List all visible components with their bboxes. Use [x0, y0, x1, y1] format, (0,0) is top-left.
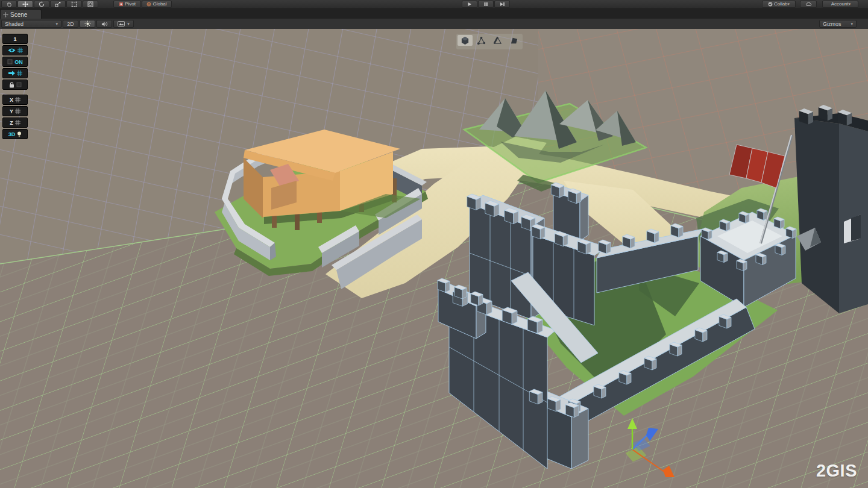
grid-icon: [17, 70, 22, 76]
3d-mode-label: 3D: [8, 131, 16, 137]
2d-toggle-button[interactable]: 2D: [63, 20, 78, 28]
progrids-follow-grid-button[interactable]: [2, 68, 28, 78]
globe-icon: [146, 2, 151, 7]
progrids-snap-enabled-button[interactable]: ON: [2, 57, 28, 67]
progrids-3d-toggle-button[interactable]: 3D: [2, 129, 28, 139]
lock-icon: [9, 82, 14, 88]
effects-dropdown-button[interactable]: ▾: [113, 20, 134, 28]
effects-icon: [118, 21, 125, 27]
pivot-label: Pivot: [125, 1, 136, 7]
face-mode-button[interactable]: [506, 35, 521, 46]
scale-tool-button[interactable]: [50, 1, 66, 8]
transform-tools-group: [1, 1, 98, 8]
vertex-mode-icon: [477, 36, 486, 45]
shading-caret-icon: ▾: [55, 22, 58, 27]
account-group: Collab ▾ Account ▾: [762, 1, 858, 8]
playmode-group: [462, 1, 510, 8]
account-button[interactable]: Account ▾: [822, 1, 858, 8]
collab-label: Collab: [774, 1, 788, 7]
snap-value-label: 1: [13, 36, 16, 42]
pivot-icon: [119, 2, 124, 7]
rotate-tool-button[interactable]: [34, 1, 49, 8]
unity-editor-window: Pivot Global Collab ▾: [0, 0, 868, 488]
gizmos-caret-icon: ▾: [851, 22, 853, 27]
arrow-right-icon: [8, 70, 15, 76]
watch-tower[interactable]: [794, 105, 868, 313]
object-mode-icon: [461, 36, 470, 45]
blank-box-icon: [16, 82, 22, 87]
move-icon: [22, 1, 28, 7]
gizmos-label: Gizmos: [823, 21, 841, 27]
rotate-icon: [39, 1, 45, 7]
edge-mode-button[interactable]: [490, 35, 505, 46]
scene-tab-label: Scene: [10, 11, 27, 18]
snap-on-label: ON: [14, 59, 23, 65]
face-mode-icon: [509, 36, 518, 45]
global-label: Global: [153, 1, 166, 7]
transform-icon: [87, 1, 93, 7]
pivot-toggle-button[interactable]: Pivot: [113, 1, 141, 8]
scene-viewport[interactable]: [0, 29, 868, 488]
scale-icon: [55, 1, 61, 7]
hand-tool-button[interactable]: [1, 1, 17, 8]
pause-icon: [483, 2, 488, 7]
step-icon: [500, 2, 505, 7]
transform-tool-button[interactable]: [83, 1, 98, 8]
speaker-icon: [101, 21, 108, 27]
effects-caret-icon: ▾: [127, 22, 130, 27]
axis-x-label: X: [10, 97, 13, 103]
progrids-lock-button[interactable]: [2, 80, 28, 90]
progrids-axis-z-button[interactable]: Z: [2, 117, 28, 128]
grid-icon: [17, 48, 23, 53]
snap-box-icon: [7, 59, 13, 64]
lighting-toggle-button[interactable]: [80, 20, 95, 28]
audio-toggle-button[interactable]: [96, 20, 112, 28]
progrids-axis-y-button[interactable]: Y: [2, 106, 28, 116]
bulb-icon: [17, 131, 22, 137]
scene-tab[interactable]: Scene: [0, 9, 42, 19]
shading-mode-label: Shaded: [5, 21, 24, 27]
edge-mode-icon: [493, 36, 502, 45]
collab-caret-icon: ▾: [788, 2, 790, 7]
object-mode-button[interactable]: [458, 35, 473, 46]
main-toolbar: Pivot Global Collab ▾: [0, 0, 868, 9]
grid-icon: [15, 97, 20, 102]
cloud-icon: [805, 2, 812, 7]
progrids-snap-value-button[interactable]: 1: [2, 34, 28, 44]
scene-tab-icon: [3, 12, 8, 17]
progrids-panel: 1 ON X Y Z 3D: [2, 34, 28, 139]
vertex-mode-button[interactable]: [474, 35, 489, 46]
collab-button[interactable]: Collab ▾: [762, 1, 796, 8]
scene-view-toolbar: Shaded ▾ 2D ▾ Gizmos ▾: [0, 19, 868, 30]
step-button[interactable]: [494, 1, 510, 8]
account-caret-icon: ▾: [849, 2, 851, 7]
account-label: Account: [831, 1, 849, 7]
play-icon: [467, 2, 472, 7]
grid-icon: [15, 120, 20, 125]
eye-icon: [8, 48, 16, 53]
gizmos-dropdown[interactable]: Gizmos ▾: [819, 20, 857, 28]
rect-icon: [71, 1, 77, 7]
2d-label: 2D: [67, 21, 74, 27]
grid-icon: [15, 108, 20, 114]
pivot-global-group: Pivot Global: [113, 1, 172, 8]
rect-tool-button[interactable]: [66, 1, 82, 8]
global-toggle-button[interactable]: Global: [142, 1, 172, 8]
axis-y-label: Y: [10, 108, 13, 114]
2gis-watermark: 2GIS: [816, 461, 857, 481]
hand-icon: [7, 2, 12, 7]
progrids-axis-x-button[interactable]: X: [2, 95, 28, 105]
sun-icon: [84, 20, 91, 27]
move-tool-button[interactable]: [17, 1, 33, 8]
shading-mode-dropdown[interactable]: Shaded ▾: [1, 20, 61, 28]
tab-bar: Scene: [0, 9, 868, 19]
pause-button[interactable]: [478, 1, 494, 8]
axis-z-label: Z: [10, 120, 13, 126]
progrids-visibility-button[interactable]: [2, 45, 28, 55]
play-button[interactable]: [462, 1, 477, 8]
probuilder-mode-toolbar: [456, 34, 523, 49]
cloud-button[interactable]: [800, 1, 817, 8]
collab-check-icon: [768, 2, 773, 7]
